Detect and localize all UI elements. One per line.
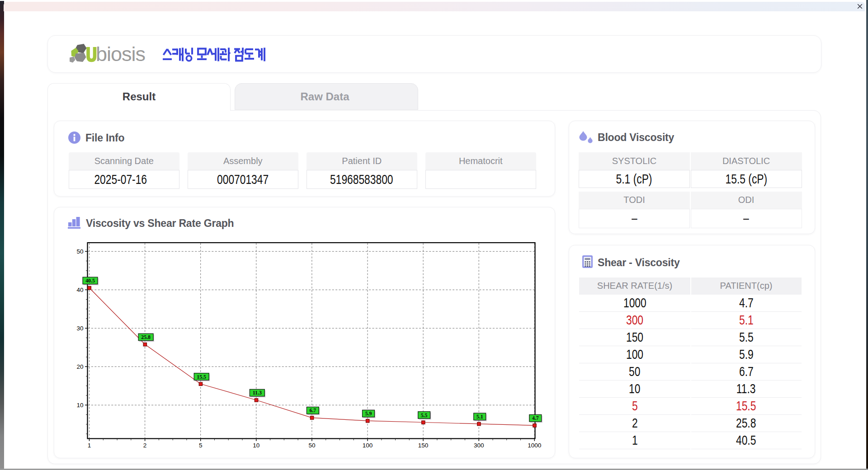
svg-text:40.5: 40.5 bbox=[85, 277, 95, 284]
svg-text:10: 10 bbox=[253, 442, 259, 449]
svg-text:150: 150 bbox=[418, 442, 429, 449]
svg-text:4.7: 4.7 bbox=[532, 415, 539, 421]
svg-text:5.1: 5.1 bbox=[476, 414, 483, 420]
svg-text:300: 300 bbox=[474, 442, 484, 449]
svg-text:1: 1 bbox=[88, 442, 91, 449]
svg-text:50: 50 bbox=[308, 442, 315, 449]
svg-text:2: 2 bbox=[143, 442, 147, 449]
svg-text:5: 5 bbox=[199, 442, 203, 449]
svg-text:50: 50 bbox=[76, 248, 83, 255]
svg-text:5.9: 5.9 bbox=[365, 410, 372, 417]
svg-text:20: 20 bbox=[76, 363, 83, 370]
svg-text:1000: 1000 bbox=[528, 442, 541, 449]
svg-text:30: 30 bbox=[76, 325, 83, 332]
svg-text:5.5: 5.5 bbox=[421, 412, 428, 418]
svg-text:25.8: 25.8 bbox=[141, 334, 151, 340]
svg-text:10: 10 bbox=[76, 402, 83, 409]
svg-text:40: 40 bbox=[76, 287, 83, 293]
svg-text:11.3: 11.3 bbox=[253, 390, 262, 396]
svg-text:15.5: 15.5 bbox=[197, 374, 206, 380]
svg-text:6.7: 6.7 bbox=[310, 407, 316, 414]
svg-text:100: 100 bbox=[363, 442, 373, 449]
